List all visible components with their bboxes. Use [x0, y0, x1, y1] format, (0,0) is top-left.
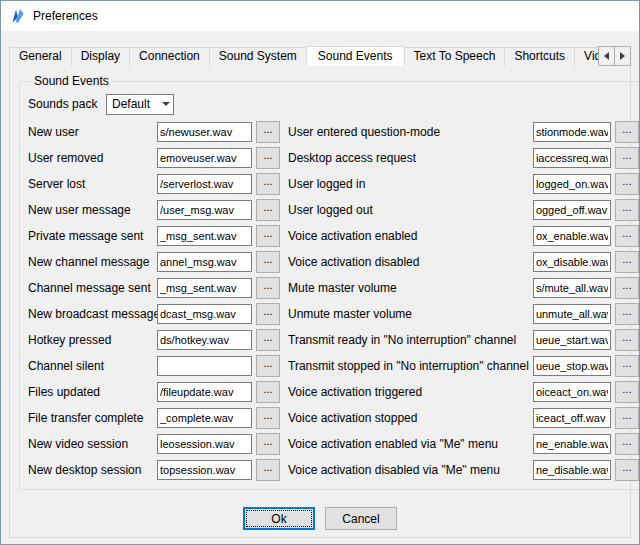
sound-event-row: Voice activation stopped...	[288, 405, 639, 431]
sound-event-label: Channel message sent	[28, 281, 157, 295]
sound-event-row: User removed...	[28, 145, 280, 171]
browse-button[interactable]: ...	[615, 173, 639, 195]
tab-sound-events[interactable]: Sound Events	[306, 46, 405, 66]
sound-events-grid: New user...User removed...Server lost...…	[28, 119, 639, 483]
tab-scroll-left-button[interactable]	[598, 46, 615, 66]
browse-button[interactable]: ...	[615, 459, 639, 481]
app-icon	[10, 8, 26, 24]
sounds-pack-value: Default	[112, 97, 150, 111]
sound-file-input[interactable]	[157, 278, 252, 298]
browse-button[interactable]: ...	[256, 199, 280, 221]
sound-event-row: Private message sent...	[28, 223, 280, 249]
browse-button[interactable]: ...	[256, 277, 280, 299]
sound-file-input[interactable]	[533, 278, 611, 298]
sound-event-label: Voice activation disabled	[288, 255, 533, 269]
sound-file-input[interactable]	[157, 408, 252, 428]
sound-file-input[interactable]	[157, 330, 252, 350]
chevron-down-icon	[162, 102, 170, 106]
ok-button[interactable]: Ok	[243, 507, 315, 530]
browse-button[interactable]: ...	[615, 329, 639, 351]
sound-file-input[interactable]	[157, 148, 252, 168]
dialog-footer: Ok Cancel	[19, 507, 621, 533]
browse-button[interactable]: ...	[615, 381, 639, 403]
browse-button[interactable]: ...	[256, 173, 280, 195]
tab-display[interactable]: Display	[71, 47, 130, 66]
sound-event-label: New video session	[28, 437, 157, 451]
sound-event-label: Channel silent	[28, 359, 157, 373]
sound-event-row: New broadcast message...	[28, 301, 280, 327]
browse-button[interactable]: ...	[256, 147, 280, 169]
tab-connection[interactable]: Connection	[129, 47, 210, 66]
sound-file-input[interactable]	[157, 460, 252, 480]
sound-file-input[interactable]	[157, 174, 252, 194]
sound-file-input[interactable]	[157, 200, 252, 220]
sound-file-input[interactable]	[533, 200, 611, 220]
sound-event-row: Server lost...	[28, 171, 280, 197]
sound-file-input[interactable]	[157, 356, 252, 376]
sounds-pack-combobox[interactable]: Default	[106, 94, 174, 115]
sound-event-row: New channel message...	[28, 249, 280, 275]
tab-scroll-control	[599, 46, 631, 66]
sound-event-label: Hotkey pressed	[28, 333, 157, 347]
sound-file-input[interactable]	[533, 434, 611, 454]
sound-events-groupbox: Sound Events Sounds pack Default New use…	[19, 74, 640, 490]
browse-button[interactable]: ...	[615, 407, 639, 429]
browse-button[interactable]: ...	[256, 381, 280, 403]
sound-event-row: New desktop session...	[28, 457, 280, 483]
sound-event-label: User logged out	[288, 203, 533, 217]
browse-button[interactable]: ...	[256, 329, 280, 351]
sound-event-label: Voice activation enabled	[288, 229, 533, 243]
sound-file-input[interactable]	[157, 226, 252, 246]
sound-event-row: Mute master volume...	[288, 275, 639, 301]
browse-button[interactable]: ...	[256, 459, 280, 481]
sound-event-label: Private message sent	[28, 229, 157, 243]
browse-button[interactable]: ...	[256, 251, 280, 273]
sound-event-row: Channel silent...	[28, 353, 280, 379]
sound-event-label: User logged in	[288, 177, 533, 191]
browse-button[interactable]: ...	[256, 433, 280, 455]
sound-event-row: User logged out...	[288, 197, 639, 223]
sound-file-input[interactable]	[533, 174, 611, 194]
browse-button[interactable]: ...	[615, 225, 639, 247]
sound-file-input[interactable]	[533, 252, 611, 272]
sound-file-input[interactable]	[533, 148, 611, 168]
sound-file-input[interactable]	[533, 356, 611, 376]
browse-button[interactable]: ...	[615, 147, 639, 169]
sound-file-input[interactable]	[533, 408, 611, 428]
cancel-button[interactable]: Cancel	[325, 507, 397, 530]
browse-button[interactable]: ...	[615, 433, 639, 455]
browse-button[interactable]: ...	[615, 355, 639, 377]
tab-area: GeneralDisplayConnectionSound SystemSoun…	[1, 31, 639, 66]
arrow-left-icon	[604, 52, 609, 60]
browse-button[interactable]: ...	[615, 199, 639, 221]
sound-event-label: Voice activation triggered	[288, 385, 533, 399]
sound-file-input[interactable]	[157, 434, 252, 454]
titlebar: Preferences	[1, 1, 639, 31]
sound-file-input[interactable]	[157, 382, 252, 402]
browse-button[interactable]: ...	[615, 303, 639, 325]
tab-sound-system[interactable]: Sound System	[209, 47, 307, 66]
sound-file-input[interactable]	[533, 122, 611, 142]
sound-file-input[interactable]	[157, 252, 252, 272]
sound-event-row: Transmit stopped in "No interruption" ch…	[288, 353, 639, 379]
sounds-pack-label: Sounds pack	[28, 97, 106, 111]
browse-button[interactable]: ...	[256, 355, 280, 377]
sound-file-input[interactable]	[157, 304, 252, 324]
sound-file-input[interactable]	[533, 460, 611, 480]
sound-file-input[interactable]	[533, 226, 611, 246]
tab-text-to-speech[interactable]: Text To Speech	[404, 47, 506, 66]
tab-scroll-right-button[interactable]	[614, 46, 631, 66]
sound-file-input[interactable]	[157, 122, 252, 142]
browse-button[interactable]: ...	[615, 277, 639, 299]
sound-file-input[interactable]	[533, 330, 611, 350]
browse-button[interactable]: ...	[615, 251, 639, 273]
sound-file-input[interactable]	[533, 382, 611, 402]
browse-button[interactable]: ...	[256, 225, 280, 247]
browse-button[interactable]: ...	[256, 303, 280, 325]
browse-button[interactable]: ...	[615, 121, 639, 143]
browse-button[interactable]: ...	[256, 407, 280, 429]
sound-file-input[interactable]	[533, 304, 611, 324]
tab-general[interactable]: General	[9, 47, 72, 66]
browse-button[interactable]: ...	[256, 121, 280, 143]
tab-shortcuts[interactable]: Shortcuts	[504, 47, 575, 66]
